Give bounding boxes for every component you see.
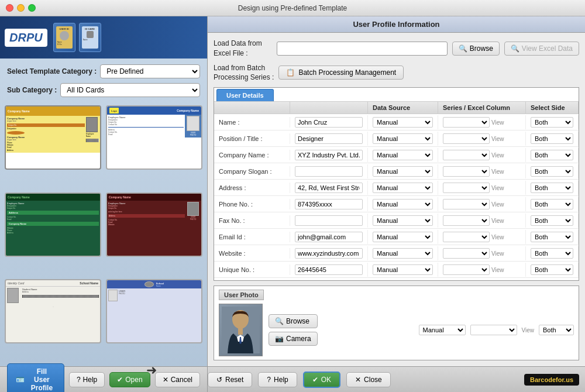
photo-browse-button[interactable]: 🔍 Browse	[269, 314, 318, 328]
field-view-btn-9[interactable]: View	[491, 267, 504, 273]
field-side-3[interactable]: Both	[526, 164, 579, 178]
field-input-1[interactable]	[295, 133, 363, 144]
side-select-8[interactable]: Both	[531, 248, 573, 259]
field-side-0[interactable]: Both	[526, 115, 579, 129]
field-side-4[interactable]: Both	[526, 181, 579, 195]
field-view-btn-0[interactable]: View	[491, 119, 504, 126]
photo-source-select[interactable]: Manual	[419, 325, 466, 335]
column-select-8[interactable]	[443, 248, 490, 259]
field-value-8[interactable]	[290, 246, 368, 260]
side-select-4[interactable]: Both	[531, 183, 573, 193]
source-select-0[interactable]: Manual	[373, 117, 433, 128]
field-input-0[interactable]	[295, 117, 363, 128]
field-column-2[interactable]: View	[438, 148, 526, 162]
field-value-4[interactable]	[290, 181, 368, 195]
field-column-5[interactable]: View	[438, 197, 526, 211]
sub-category-select[interactable]: All ID Cards	[60, 83, 200, 97]
side-select-2[interactable]: Both	[531, 150, 573, 160]
field-source-9[interactable]: Manual	[368, 263, 438, 277]
field-side-2[interactable]: Both	[526, 148, 579, 162]
field-column-4[interactable]: View	[438, 181, 526, 195]
source-select-6[interactable]: Manual	[373, 215, 433, 226]
field-source-2[interactable]: Manual	[368, 148, 438, 162]
field-view-btn-8[interactable]: View	[491, 250, 504, 257]
field-source-5[interactable]: Manual	[368, 197, 438, 211]
column-select-5[interactable]	[443, 199, 490, 209]
column-select-9[interactable]	[443, 264, 490, 275]
field-side-6[interactable]: Both	[526, 214, 579, 228]
source-select-8[interactable]: Manual	[373, 248, 433, 259]
source-select-9[interactable]: Manual	[373, 264, 433, 275]
source-select-4[interactable]: Manual	[373, 183, 433, 193]
field-value-7[interactable]	[290, 230, 368, 244]
field-value-2[interactable]	[290, 148, 368, 162]
ok-button[interactable]: ✔ OK	[303, 372, 340, 388]
field-column-8[interactable]: View	[438, 246, 526, 260]
template-card-4[interactable]: Company Name Employee Name Designation U…	[106, 192, 202, 257]
field-value-1[interactable]	[290, 132, 368, 146]
side-select-5[interactable]: Both	[531, 199, 573, 209]
field-column-9[interactable]: View	[438, 263, 526, 277]
field-view-btn-7[interactable]: View	[491, 234, 504, 240]
template-card-3[interactable]: Company Name Employee Name Designation U…	[5, 192, 101, 257]
source-select-7[interactable]: Manual	[373, 232, 433, 242]
side-select-3[interactable]: Both	[531, 166, 573, 177]
cancel-button[interactable]: ✕ Cancel	[155, 372, 200, 387]
field-side-5[interactable]: Both	[526, 197, 579, 211]
template-card-6[interactable]: School Name USER PHOTO	[106, 279, 202, 343]
template-card-2[interactable]: Logo Company Name Employee Name Designat…	[106, 105, 202, 170]
field-view-btn-1[interactable]: View	[491, 136, 504, 142]
field-input-5[interactable]	[295, 199, 363, 209]
field-input-3[interactable]	[295, 166, 363, 177]
field-input-7[interactable]	[295, 232, 363, 242]
column-select-4[interactable]	[443, 183, 490, 193]
field-source-1[interactable]: Manual	[368, 132, 438, 146]
column-select-3[interactable]	[443, 166, 490, 177]
source-select-2[interactable]: Manual	[373, 150, 433, 160]
template-card-1[interactable]: Company Name Company Name slogan here Un…	[5, 105, 101, 170]
source-select-1[interactable]: Manual	[373, 133, 433, 144]
field-view-btn-4[interactable]: View	[491, 185, 504, 191]
field-source-6[interactable]: Manual	[368, 214, 438, 228]
field-input-8[interactable]	[295, 248, 363, 259]
field-source-7[interactable]: Manual	[368, 230, 438, 244]
column-select-2[interactable]	[443, 150, 490, 160]
column-select-7[interactable]	[443, 232, 490, 242]
field-view-btn-6[interactable]: View	[491, 218, 504, 224]
photo-column-select[interactable]	[470, 325, 517, 335]
field-side-9[interactable]: Both	[526, 263, 579, 277]
column-select-1[interactable]	[443, 133, 490, 144]
field-column-6[interactable]: View	[438, 214, 526, 228]
field-input-9[interactable]	[295, 264, 363, 275]
column-select-6[interactable]	[443, 215, 490, 226]
field-source-3[interactable]: Manual	[368, 164, 438, 178]
field-value-6[interactable]	[290, 214, 368, 228]
field-value-0[interactable]	[290, 115, 368, 129]
field-column-1[interactable]: View	[438, 132, 526, 146]
field-column-7[interactable]: View	[438, 230, 526, 244]
maximize-button[interactable]	[28, 4, 36, 12]
minimize-button[interactable]	[17, 4, 25, 12]
field-side-8[interactable]: Both	[526, 246, 579, 260]
help-bottom-button[interactable]: ? Help	[69, 372, 105, 387]
source-select-3[interactable]: Manual	[373, 166, 433, 177]
browse-excel-button[interactable]: 🔍 Browse	[452, 42, 500, 56]
template-category-select[interactable]: Pre Defined	[100, 64, 200, 78]
tab-user-details[interactable]: User Details	[216, 89, 274, 101]
field-value-5[interactable]	[290, 197, 368, 211]
close-button[interactable]	[6, 4, 13, 12]
field-source-8[interactable]: Manual	[368, 246, 438, 260]
batch-management-button[interactable]: 📋 Batch Processing Management	[278, 66, 404, 80]
field-view-btn-5[interactable]: View	[491, 201, 504, 208]
field-side-7[interactable]: Both	[526, 230, 579, 244]
side-select-1[interactable]: Both	[531, 133, 573, 144]
photo-side-select[interactable]: Both	[539, 325, 574, 335]
side-select-9[interactable]: Both	[531, 264, 573, 275]
field-column-3[interactable]: View	[438, 164, 526, 178]
field-source-4[interactable]: Manual	[368, 181, 438, 195]
field-view-btn-3[interactable]: View	[491, 169, 504, 175]
reset-button[interactable]: ↺ Reset	[208, 372, 252, 387]
template-card-5[interactable]: Identity Card School Name Student Name A…	[5, 279, 101, 343]
load-excel-input[interactable]	[277, 42, 448, 56]
field-value-9[interactable]	[290, 263, 368, 277]
